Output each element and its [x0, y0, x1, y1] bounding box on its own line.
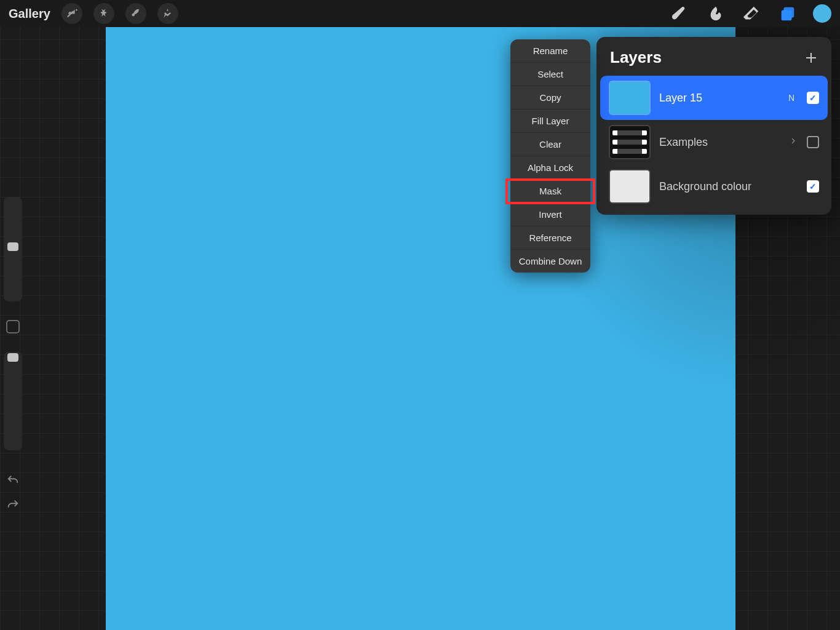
- context-menu-item-reference[interactable]: Reference: [510, 226, 590, 250]
- context-menu-item-copy[interactable]: Copy: [510, 86, 590, 110]
- visibility-checkbox[interactable]: [807, 136, 819, 148]
- context-menu-item-combine-down[interactable]: Combine Down: [510, 250, 590, 273]
- layers-panel: Layers Layer 15 N Examples Background co…: [596, 37, 831, 215]
- add-layer-button[interactable]: [802, 49, 820, 67]
- layer-name: Layer 15: [659, 92, 776, 105]
- brush-opacity-slider[interactable]: [4, 352, 22, 450]
- visibility-checkbox[interactable]: [807, 180, 819, 193]
- eraser-icon[interactable]: [742, 4, 761, 23]
- brush-icon[interactable]: [670, 4, 690, 23]
- slider-thumb[interactable]: [7, 353, 18, 362]
- layer-name: Examples: [659, 136, 780, 149]
- actions-icon[interactable]: [61, 3, 82, 24]
- context-menu-item-select[interactable]: Select: [510, 63, 590, 86]
- layers-title: Layers: [610, 48, 662, 67]
- layers-header: Layers: [596, 44, 831, 76]
- visibility-checkbox[interactable]: [807, 92, 819, 104]
- context-menu-item-rename[interactable]: Rename: [510, 39, 590, 63]
- layer-row-examples[interactable]: Examples: [600, 120, 828, 164]
- chevron-right-icon[interactable]: [788, 136, 798, 148]
- transform-icon[interactable]: [157, 3, 178, 24]
- context-menu-item-clear[interactable]: Clear: [510, 133, 590, 156]
- color-picker-button[interactable]: [813, 4, 831, 23]
- context-menu-item-mask[interactable]: Mask: [510, 180, 590, 203]
- layer-row-background[interactable]: Background colour: [600, 164, 828, 209]
- redo-icon[interactable]: [6, 498, 20, 512]
- toolbar-left: Gallery: [9, 3, 178, 24]
- context-menu-item-fill-layer[interactable]: Fill Layer: [510, 110, 590, 133]
- modify-button[interactable]: [6, 320, 20, 333]
- context-menu-item-alpha-lock[interactable]: Alpha Lock: [510, 156, 590, 180]
- layer-thumbnail: [609, 125, 651, 159]
- svg-rect-1: [783, 7, 794, 18]
- smudge-icon[interactable]: [706, 4, 726, 23]
- selection-icon[interactable]: [125, 3, 146, 24]
- gallery-button[interactable]: Gallery: [9, 7, 50, 21]
- context-menu-item-invert[interactable]: Invert: [510, 203, 590, 226]
- adjustments-icon[interactable]: [93, 3, 114, 24]
- layers-icon[interactable]: [777, 4, 797, 23]
- toolbar-right: [670, 4, 831, 23]
- undo-icon[interactable]: [6, 474, 20, 487]
- layer-thumbnail: [609, 169, 651, 204]
- slider-thumb[interactable]: [7, 242, 18, 251]
- side-sliders: [2, 197, 23, 450]
- layer-thumbnail: [609, 81, 651, 115]
- top-toolbar: Gallery: [0, 0, 840, 27]
- brush-size-slider[interactable]: [4, 197, 22, 301]
- layer-row-layer15[interactable]: Layer 15 N: [600, 76, 828, 120]
- layer-name: Background colour: [659, 180, 798, 193]
- undo-redo: [6, 474, 20, 512]
- layer-context-menu: RenameSelectCopyFill LayerClearAlpha Loc…: [510, 39, 590, 273]
- blend-mode-indicator[interactable]: N: [785, 93, 798, 103]
